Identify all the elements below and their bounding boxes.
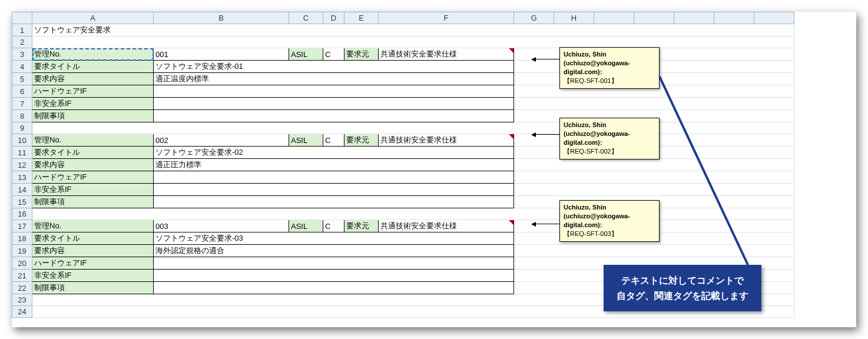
label-mgmtno[interactable]: 管理No. <box>32 48 154 61</box>
col-header-B[interactable]: B <box>154 12 289 24</box>
label-asil[interactable]: ASIL <box>289 220 323 232</box>
row-header-9[interactable]: 9 <box>12 122 32 134</box>
label-mgmtno[interactable]: 管理No. <box>32 134 154 147</box>
cell-source-value[interactable]: 共通技術安全要求仕様 <box>379 48 514 61</box>
cell-nonsafeif-value[interactable] <box>154 184 514 196</box>
label-source[interactable]: 要求元 <box>344 48 379 61</box>
excel-comment-box[interactable]: Uchiuzo, Shin (uchiuzo@yokogawa-digital.… <box>559 118 660 159</box>
label-hwif[interactable]: ハードウェアIF <box>32 171 154 184</box>
cell[interactable] <box>32 122 794 134</box>
col-header-blank[interactable] <box>754 12 794 24</box>
col-header-H[interactable]: H <box>554 12 594 24</box>
row-header-15[interactable]: 15 <box>12 196 32 208</box>
label-reqtitle[interactable]: 要求タイトル <box>32 232 154 245</box>
label-nonsafeif[interactable]: 非安全系IF <box>32 184 154 196</box>
label-restrict[interactable]: 制限事項 <box>32 110 154 122</box>
cell-reqbody-value[interactable]: 適正圧力標準 <box>154 159 514 171</box>
cell[interactable] <box>514 171 794 184</box>
cell-hwif-value[interactable] <box>154 85 514 98</box>
row-header-17[interactable]: 17 <box>12 220 32 232</box>
row-header-13[interactable]: 13 <box>12 171 32 184</box>
label-reqtitle[interactable]: 要求タイトル <box>32 61 154 73</box>
row-header-5[interactable]: 5 <box>12 73 32 85</box>
excel-comment-box[interactable]: Uchiuzo, Shin (uchiuzo@yokogawa-digital.… <box>559 200 660 242</box>
cell-hwif-value[interactable] <box>154 171 514 184</box>
row-header-16[interactable]: 16 <box>12 208 32 220</box>
sheet-title-cell[interactable]: ソフトウェア安全要求 <box>32 24 794 36</box>
row-header-21[interactable]: 21 <box>12 270 32 282</box>
row-header-7[interactable]: 7 <box>12 98 32 110</box>
cell-reqtitle-value[interactable]: ソフトウェア安全要求-02 <box>154 147 514 159</box>
row-header-18[interactable]: 18 <box>12 232 32 245</box>
col-header-G[interactable]: G <box>514 12 554 24</box>
cell-restrict-value[interactable] <box>154 110 514 122</box>
label-restrict[interactable]: 制限事項 <box>32 196 154 208</box>
row-header-19[interactable]: 19 <box>12 245 32 257</box>
cell-reqtitle-value[interactable]: ソフトウェア安全要求-03 <box>154 232 514 245</box>
select-all-corner[interactable] <box>12 12 32 24</box>
label-reqbody[interactable]: 要求内容 <box>32 245 154 257</box>
cell-asil-value[interactable]: C <box>323 134 344 147</box>
row-header-4[interactable]: 4 <box>12 61 32 73</box>
cell-nonsafeif-value[interactable] <box>154 270 514 282</box>
cell[interactable] <box>514 98 794 110</box>
row-header-10[interactable]: 10 <box>12 134 32 147</box>
label-mgmtno[interactable]: 管理No. <box>32 220 154 232</box>
cell-asil-value[interactable]: C <box>323 220 344 232</box>
label-nonsafeif[interactable]: 非安全系IF <box>32 270 154 282</box>
col-header-F[interactable]: F <box>379 12 514 24</box>
cell-restrict-value[interactable] <box>154 196 514 208</box>
cell[interactable] <box>514 184 794 196</box>
row-header-24[interactable]: 24 <box>12 306 32 318</box>
col-header-D[interactable]: D <box>323 12 344 24</box>
comment-connector-arrow <box>535 59 559 59</box>
cell-mgmtno-value[interactable]: 002 <box>154 134 289 147</box>
row-header-12[interactable]: 12 <box>12 159 32 171</box>
label-asil[interactable]: ASIL <box>289 134 323 147</box>
row-header-2[interactable]: 2 <box>12 36 32 48</box>
cell-reqtitle-value[interactable]: ソフトウェア安全要求-01 <box>154 61 514 73</box>
label-source[interactable]: 要求元 <box>344 134 379 147</box>
col-header-A[interactable]: A <box>32 12 154 24</box>
col-header-blank[interactable] <box>634 12 674 24</box>
cell[interactable] <box>514 245 794 257</box>
cell[interactable] <box>514 159 794 171</box>
row-header-11[interactable]: 11 <box>12 147 32 159</box>
row-header-3[interactable]: 3 <box>12 48 32 61</box>
col-header-blank[interactable] <box>674 12 714 24</box>
label-reqbody[interactable]: 要求内容 <box>32 159 154 171</box>
cell-reqbody-value[interactable]: 適正温度内標準 <box>154 73 514 85</box>
label-hwif[interactable]: ハードウェアIF <box>32 257 154 270</box>
row-header-22[interactable]: 22 <box>12 282 32 294</box>
cell-source-value[interactable]: 共通技術安全要求仕様 <box>379 134 514 147</box>
cell-source-value[interactable]: 共通技術安全要求仕様 <box>379 220 514 232</box>
label-reqtitle[interactable]: 要求タイトル <box>32 147 154 159</box>
row-header-14[interactable]: 14 <box>12 184 32 196</box>
col-header-E[interactable]: E <box>344 12 379 24</box>
label-hwif[interactable]: ハードウェアIF <box>32 85 154 98</box>
cell-asil-value[interactable]: C <box>323 48 344 61</box>
row-header-1[interactable]: 1 <box>12 24 32 36</box>
row-header-23[interactable]: 23 <box>12 294 32 306</box>
label-source[interactable]: 要求元 <box>344 220 379 232</box>
col-header-blank[interactable] <box>594 12 634 24</box>
cell[interactable] <box>32 208 794 220</box>
cell-mgmtno-value[interactable]: 003 <box>154 220 289 232</box>
excel-comment-box[interactable]: Uchiuzo, Shin (uchiuzo@yokogawa-digital.… <box>559 47 660 89</box>
comment-connector-arrow <box>535 224 559 224</box>
label-asil[interactable]: ASIL <box>289 48 323 61</box>
label-restrict[interactable]: 制限事項 <box>32 282 154 294</box>
row-header-8[interactable]: 8 <box>12 110 32 122</box>
label-reqbody[interactable]: 要求内容 <box>32 73 154 85</box>
cell-nonsafeif-value[interactable] <box>154 98 514 110</box>
cell[interactable] <box>32 36 794 48</box>
cell-restrict-value[interactable] <box>154 282 514 294</box>
row-header-6[interactable]: 6 <box>12 85 32 98</box>
cell-reqbody-value[interactable]: 海外認定規格の適合 <box>154 245 514 257</box>
cell-hwif-value[interactable] <box>154 257 514 270</box>
row-header-20[interactable]: 20 <box>12 257 32 270</box>
col-header-C[interactable]: C <box>289 12 323 24</box>
col-header-blank[interactable] <box>714 12 754 24</box>
label-nonsafeif[interactable]: 非安全系IF <box>32 98 154 110</box>
cell-mgmtno-value[interactable]: 001 <box>154 48 289 61</box>
